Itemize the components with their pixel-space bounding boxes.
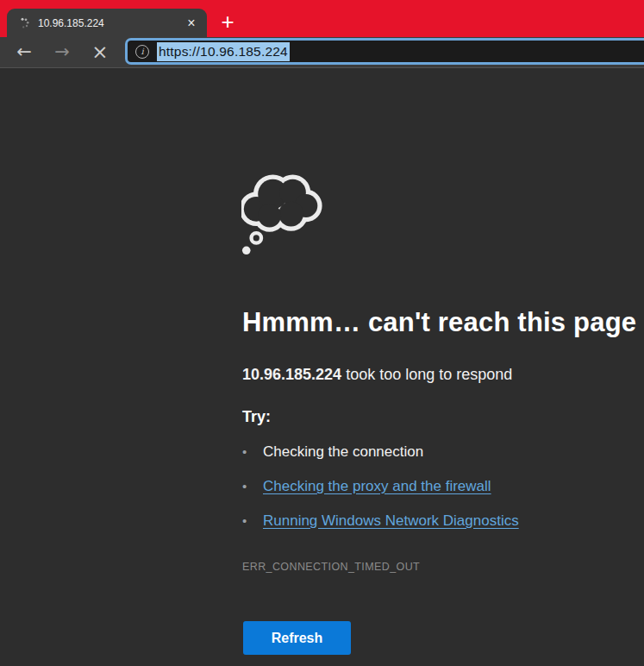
bullet-icon: • — [242, 479, 263, 493]
bullet-icon: • — [242, 444, 263, 459]
error-code: ERR_CONNECTION_TIMED_OUT — [242, 561, 420, 573]
error-host: 10.96.185.224 — [242, 366, 341, 383]
suggestion-check-connection: Checking the connection — [263, 443, 423, 461]
loading-spinner-icon — [17, 16, 31, 30]
list-item: • Checking the connection — [242, 443, 519, 466]
navigation-toolbar: ← → × i https://10.96.185.224 — [0, 37, 644, 68]
tab-title: 10.96.185.224 — [38, 17, 183, 29]
try-label: Try: — [242, 408, 271, 426]
list-item: • Checking the proxy and the firewall — [242, 478, 519, 500]
thought-cloud-icon — [241, 171, 324, 262]
suggestion-proxy-firewall-link[interactable]: Checking the proxy and the firewall — [263, 478, 491, 495]
tab-close-icon[interactable]: × — [183, 15, 200, 32]
list-item: • Running Windows Network Diagnostics — [242, 512, 519, 535]
error-title: Hmmm… can't reach this page — [242, 307, 636, 338]
refresh-button[interactable]: Refresh — [243, 621, 351, 655]
tab-10-96-185-224[interactable]: 10.96.185.224 × — [7, 9, 207, 37]
stop-button[interactable]: × — [85, 37, 115, 67]
url-selected-text[interactable]: https://10.96.185.224 — [157, 42, 290, 61]
suggestion-network-diagnostics-link[interactable]: Running Windows Network Diagnostics — [263, 512, 519, 530]
bullet-icon: • — [242, 513, 263, 528]
error-subtitle-text: took too long to respond — [341, 366, 512, 383]
browser-window: 10.96.185.224 × + ← → × i https://10.96.… — [0, 0, 644, 666]
forward-button[interactable]: → — [47, 37, 77, 67]
new-tab-button[interactable]: + — [215, 9, 241, 35]
error-page: Hmmm… can't reach this page 10.96.185.22… — [0, 69, 644, 666]
back-button[interactable]: ← — [9, 37, 39, 67]
address-bar[interactable]: i https://10.96.185.224 — [125, 38, 644, 65]
tab-strip: 10.96.185.224 × + — [0, 0, 644, 37]
error-subtitle: 10.96.185.224 took too long to respond — [242, 366, 512, 384]
suggestion-list: • Checking the connection • Checking the… — [242, 443, 519, 547]
site-info-icon[interactable]: i — [135, 45, 149, 59]
